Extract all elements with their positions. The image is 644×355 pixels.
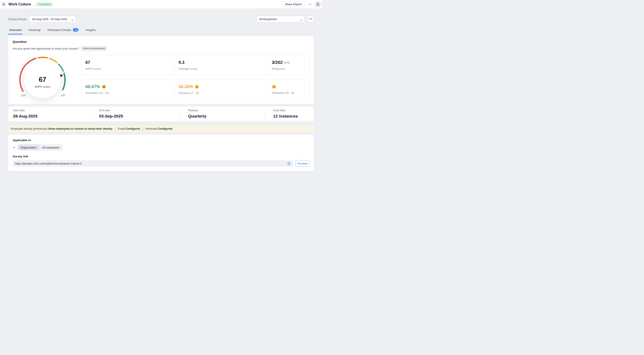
- survey-period-value: 28-Aug-2025 - 03-Sep-2025: [32, 17, 67, 21]
- question-category-tag: Work environment: [81, 46, 107, 51]
- responses-value: All Responses: [259, 17, 277, 21]
- responses-select[interactable]: All Responses: [256, 16, 305, 22]
- enps-score-stat: 67 eNPS score: [82, 58, 174, 72]
- question-card: Question Are you given the opportunity t…: [8, 36, 314, 104]
- back-arrow-icon: [2, 3, 6, 6]
- gauge-arc-chart: [14, 56, 71, 99]
- identity-pref-label: Employee identity preferences:: [11, 127, 48, 130]
- detractors-stat: Detractors (0 - 6): [268, 82, 309, 96]
- start-date: Start date 28-Aug-2025: [8, 109, 90, 119]
- question-text: Are you given the opportunity to voice y…: [12, 47, 79, 50]
- grinning-face-icon: [102, 84, 106, 89]
- filter-button[interactable]: [308, 16, 314, 22]
- score-summary-card: 67 eNPS score 9.3 Average score 3/202(1%…: [81, 55, 310, 75]
- top-bar: Work Culture . Completed Share Report: [0, 0, 322, 9]
- bullet-point: •: [14, 146, 15, 149]
- response-count-stat: 3/202(1%) Response: [268, 58, 309, 72]
- title-separator-dot: .: [34, 3, 34, 8]
- repeats: Repeats Quarterly: [179, 109, 264, 119]
- gauge-min-label: -100: [20, 94, 26, 97]
- applicable-chip-group: Organization All employees: [18, 144, 62, 150]
- survey-link-heading: Survey link: [12, 155, 310, 158]
- back-button[interactable]: [2, 1, 6, 7]
- chevron-down-icon: [71, 18, 74, 22]
- details-card: Applicable to • Organization All employe…: [8, 135, 314, 171]
- close-icon: [316, 3, 319, 6]
- copy-icon: [287, 162, 290, 165]
- crying-face-icon: [272, 84, 276, 89]
- neutral-face-icon: [194, 84, 199, 89]
- survey-period-select[interactable]: 28-Aug-2025 - 03-Sep-2025: [30, 16, 76, 22]
- chip-all-employees: All employees: [39, 144, 62, 150]
- more-options-button[interactable]: [308, 2, 312, 6]
- survey-link-field[interactable]: https://people.zoho.com/zylkerr/survey/w…: [12, 160, 294, 167]
- ends-after: Ends after 12 instances: [264, 109, 314, 119]
- average-score-stat: 9.3 Average score: [174, 58, 268, 72]
- chevron-down-icon: [300, 18, 302, 22]
- email-value: Configured: [126, 127, 140, 130]
- end-date: End date 03-Sep-2025: [90, 109, 179, 119]
- tab-heatmap[interactable]: Heatmap: [28, 28, 40, 34]
- email-label: Email:: [118, 127, 126, 130]
- preview-button[interactable]: Preview: [295, 160, 310, 167]
- share-report-button[interactable]: Share Report: [282, 1, 304, 7]
- survey-link-url: https://people.zoho.com/zylkerr/survey/w…: [15, 162, 82, 165]
- reminder-value: Configured: [158, 127, 172, 130]
- tab-insights[interactable]: Insights: [86, 28, 96, 34]
- gauge-max-label: 100: [61, 94, 65, 97]
- enps-gauge: 67 eNPS score -100 100: [12, 54, 81, 100]
- ellipsis-icon: [308, 4, 309, 4]
- schedule-card: Start date 28-Aug-2025 End date 03-Sep-2…: [8, 106, 314, 121]
- close-button[interactable]: [315, 1, 321, 7]
- filter-icon: [309, 18, 312, 20]
- question-heading: Question: [12, 40, 310, 43]
- tab-count-badge: +3: [73, 28, 79, 32]
- filters-row: Survey Period : 28-Aug-2025 - 03-Sep-202…: [8, 16, 314, 22]
- reminder-label: Reminder:: [146, 127, 158, 130]
- nps-breakdown-card: 66.67% Promoters (9 - 10): [81, 79, 310, 100]
- passives-stat: 33.33% Passives (7 - 8): [174, 82, 268, 96]
- response-percent: (1%): [284, 61, 290, 64]
- report-tabs: Overview Heatmap Participant Details +3 …: [8, 28, 314, 34]
- tab-participant-details[interactable]: Participant Details +3: [48, 28, 78, 34]
- survey-period-label: Survey Period :: [8, 17, 28, 21]
- identity-preferences-banner: Employee identity preferences: Allow emp…: [8, 126, 314, 132]
- identity-pref-value: Allow employees to choose to reveal thei…: [48, 127, 112, 130]
- promoters-stat: 66.67% Promoters (9 - 10): [82, 82, 174, 96]
- copy-link-button[interactable]: [287, 161, 291, 166]
- status-badge: Completed: [36, 2, 53, 7]
- page-title: Work Culture: [8, 2, 31, 6]
- applicable-to-heading: Applicable to: [12, 139, 310, 142]
- chip-organization: Organization: [18, 144, 39, 150]
- tab-overview[interactable]: Overview: [9, 28, 22, 34]
